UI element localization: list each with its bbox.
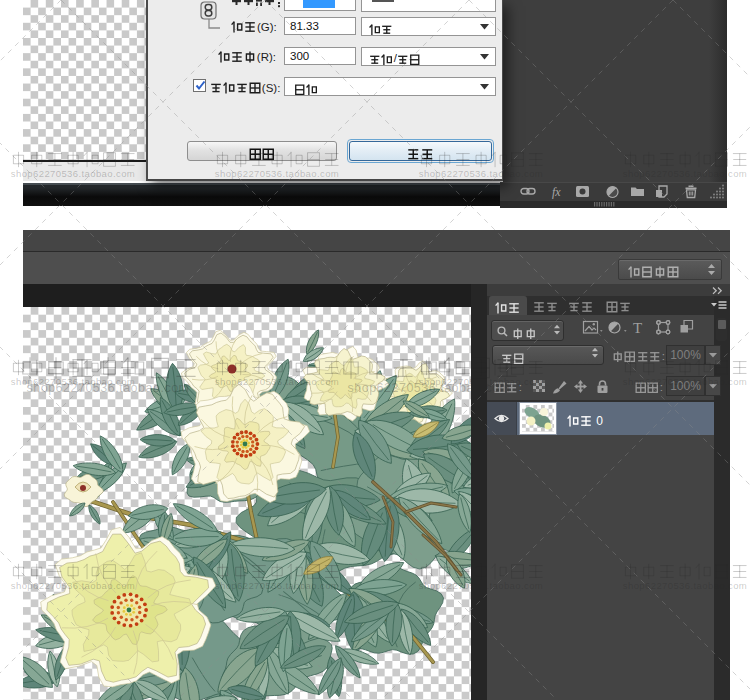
svg-text:T: T bbox=[633, 320, 642, 336]
svg-text:fx: fx bbox=[552, 185, 561, 199]
